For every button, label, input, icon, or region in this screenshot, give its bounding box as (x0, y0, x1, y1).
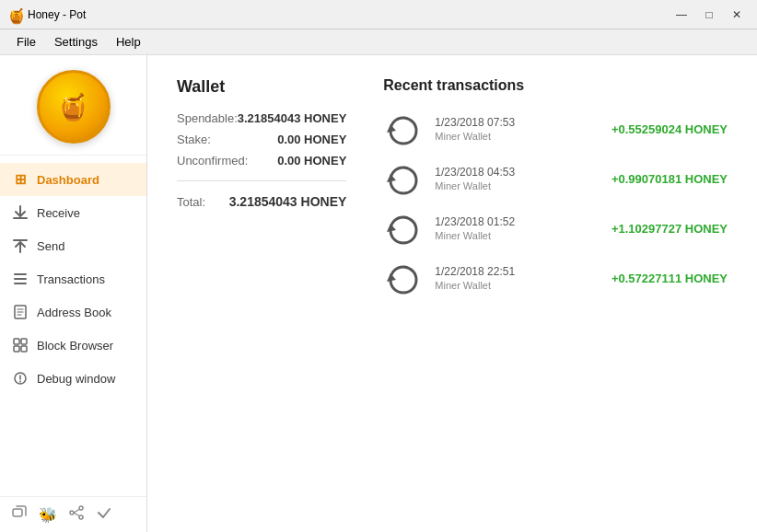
table-row: 1/22/2018 22:51 Miner Wallet +0.57227111… (383, 258, 728, 298)
sidebar-footer: 🐝 (0, 496, 146, 532)
sidebar-item-transactions[interactable]: Transactions (0, 262, 146, 295)
wallet-unconfirmed-value: 0.00 HONEY (277, 154, 346, 168)
wallet-stake-value: 0.00 HONEY (277, 133, 346, 146)
svg-marker-14 (387, 174, 396, 182)
sidebar-logo: 🍯 (0, 55, 146, 156)
main-content: Wallet Spendable: 3.21854043 HONEY Stake… (147, 55, 757, 532)
sidebar-item-send[interactable]: Send (0, 229, 146, 262)
sidebar-label-dashboard: Dashboard (37, 173, 99, 187)
content-area: Wallet Spendable: 3.21854043 HONEY Stake… (177, 77, 728, 298)
wallet-unconfirmed-label: Unconfirmed: (177, 154, 248, 168)
menu-settings[interactable]: Settings (45, 31, 107, 52)
tx-details-3: 1/22/2018 22:51 Miner Wallet (435, 265, 600, 291)
tx-date-2: 1/23/2018 01:52 (435, 215, 600, 228)
transactions-icon (11, 270, 29, 288)
sidebar-item-dashboard[interactable]: ⊞ Dashboard (0, 163, 146, 196)
table-row: 1/23/2018 07:53 Miner Wallet +0.55259024… (383, 109, 728, 149)
sidebar-label-receive: Receive (37, 206, 80, 220)
menu-help[interactable]: Help (107, 31, 150, 52)
tx-amount-2: +1.10297727 HONEY (611, 222, 728, 236)
titlebar: 🍯 Honey - Pot — □ ✕ (0, 0, 757, 29)
maximize-button[interactable]: □ (696, 5, 722, 25)
menubar: File Settings Help (0, 29, 757, 55)
wallet-unconfirmed-row: Unconfirmed: 0.00 HONEY (177, 150, 346, 171)
tx-amount-0: +0.55259024 HONEY (611, 122, 728, 136)
wallet-stake-label: Stake: (177, 133, 211, 146)
tx-details-2: 1/23/2018 01:52 Miner Wallet (435, 215, 600, 241)
app-icon: 🍯 (7, 7, 22, 22)
wallet-total-value: 3.21854043 HONEY (229, 194, 347, 209)
svg-marker-16 (387, 273, 396, 282)
tx-source-1: Miner Wallet (435, 180, 600, 191)
wallet-spendable-label: Spendable: (177, 111, 238, 125)
app-body: 🍯 ⊞ Dashboard Receive (0, 55, 757, 532)
sidebar-label-transactions: Transactions (37, 272, 105, 286)
wallet-divider (177, 180, 346, 181)
footer-link-icon[interactable] (11, 504, 28, 525)
sidebar-label-block-browser: Block Browser (37, 339, 113, 353)
address-book-icon (11, 303, 29, 321)
wallet-spendable-row: Spendable: 3.21854043 HONEY (177, 108, 346, 129)
sidebar-nav: ⊞ Dashboard Receive (0, 156, 146, 496)
tx-date-1: 1/23/2018 04:53 (435, 166, 600, 179)
receive-icon (11, 203, 29, 222)
window-controls: — □ ✕ (669, 5, 750, 25)
app-logo: 🍯 (37, 70, 111, 144)
wallet-total-label: Total: (177, 195, 205, 209)
sidebar-item-receive[interactable]: Receive (0, 196, 146, 229)
tx-icon-2 (383, 208, 424, 249)
tx-details-0: 1/23/2018 07:53 Miner Wallet (435, 116, 600, 142)
svg-marker-13 (387, 124, 396, 133)
sidebar-item-debug[interactable]: Debug window (0, 362, 146, 395)
svg-rect-5 (21, 339, 27, 344)
svg-rect-4 (14, 339, 19, 344)
tx-list: 1/23/2018 07:53 Miner Wallet +0.55259024… (383, 109, 728, 298)
table-row: 1/23/2018 01:52 Miner Wallet +1.10297727… (383, 208, 728, 249)
tx-source-0: Miner Wallet (435, 131, 600, 142)
close-button[interactable]: ✕ (724, 5, 750, 25)
footer-check-icon (96, 504, 112, 525)
tx-source-3: Miner Wallet (435, 280, 600, 291)
footer-network-icon[interactable] (68, 504, 85, 525)
menu-file[interactable]: File (7, 31, 45, 52)
wallet-total-row: Total: 3.21854043 HONEY (177, 191, 346, 213)
transactions-title: Recent transactions (383, 77, 728, 94)
minimize-button[interactable]: — (669, 5, 694, 25)
send-icon (11, 237, 29, 255)
svg-marker-15 (387, 224, 396, 232)
tx-icon-1 (383, 158, 424, 199)
svg-rect-7 (21, 346, 27, 352)
dashboard-icon: ⊞ (11, 170, 29, 189)
tx-date-0: 1/23/2018 07:53 (435, 116, 600, 129)
svg-point-11 (79, 506, 83, 510)
footer-bee-icon[interactable]: 🐝 (39, 506, 57, 524)
tx-icon-0 (383, 109, 424, 149)
svg-rect-0 (14, 273, 27, 275)
titlebar-title: Honey - Pot (28, 8, 669, 21)
sidebar: 🍯 ⊞ Dashboard Receive (0, 55, 147, 532)
svg-rect-9 (13, 509, 22, 516)
tx-amount-1: +0.99070181 HONEY (611, 172, 728, 186)
wallet-stake-row: Stake: 0.00 HONEY (177, 129, 346, 150)
tx-date-3: 1/22/2018 22:51 (435, 265, 600, 278)
sidebar-item-address-book[interactable]: Address Book (0, 295, 146, 329)
tx-icon-3 (383, 258, 424, 298)
svg-rect-6 (14, 346, 19, 352)
wallet-section: Wallet Spendable: 3.21854043 HONEY Stake… (177, 77, 346, 298)
debug-icon (11, 369, 29, 387)
transactions-section: Recent transactions 1/23/2018 07:53 (383, 77, 728, 298)
tx-amount-3: +0.57227111 HONEY (611, 272, 728, 285)
svg-point-12 (79, 515, 83, 519)
wallet-spendable-value: 3.21854043 HONEY (238, 111, 347, 125)
svg-point-10 (70, 511, 74, 515)
table-row: 1/23/2018 04:53 Miner Wallet +0.99070181… (383, 158, 728, 199)
sidebar-label-debug: Debug window (37, 372, 115, 386)
block-browser-icon (11, 336, 29, 354)
sidebar-label-send: Send (37, 239, 64, 253)
svg-rect-1 (14, 278, 27, 280)
wallet-title: Wallet (177, 77, 346, 97)
tx-source-2: Miner Wallet (435, 230, 600, 241)
tx-details-1: 1/23/2018 04:53 Miner Wallet (435, 166, 600, 191)
sidebar-item-block-browser[interactable]: Block Browser (0, 329, 146, 362)
sidebar-label-address-book: Address Book (37, 306, 111, 319)
